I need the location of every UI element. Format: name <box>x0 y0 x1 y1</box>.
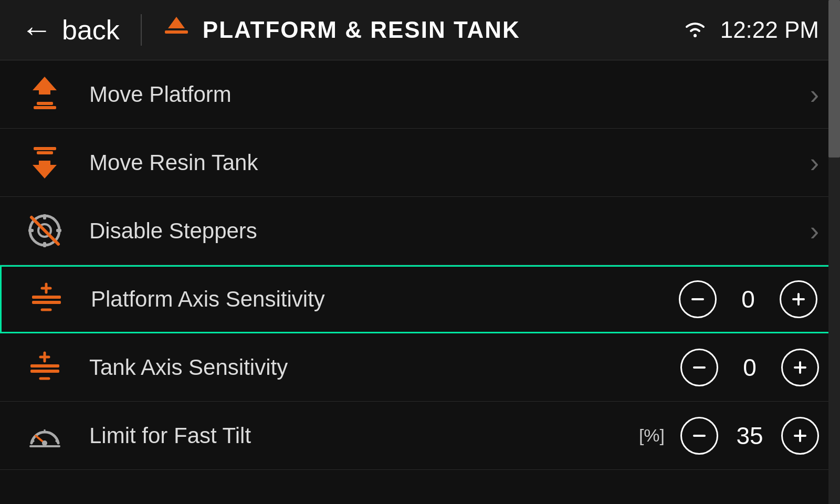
svg-rect-25 <box>30 370 59 373</box>
clock: 12:22 PM <box>720 17 819 43</box>
menu-item-disable-steppers[interactable]: Disable Steppers › <box>0 197 840 265</box>
limit-fast-tilt-label: Limit for Fast Tilt <box>89 423 639 448</box>
header-divider <box>141 14 142 46</box>
limit-fast-tilt-percent-label: [%] <box>639 425 665 446</box>
disable-steppers-icon <box>21 211 68 250</box>
platform-axis-sensitivity-icon <box>23 280 70 319</box>
disable-steppers-label: Disable Steppers <box>89 218 810 244</box>
platform-axis-sensitivity-label: Platform Axis Sensitivity <box>91 287 679 312</box>
svg-marker-3 <box>33 77 57 94</box>
move-platform-chevron: › <box>810 79 819 110</box>
svg-rect-17 <box>32 301 61 304</box>
back-label: back <box>62 14 120 46</box>
tank-axis-sensitivity-decrement[interactable] <box>680 349 718 386</box>
header-title-section: PLATFORM & RESIN TANK <box>163 14 682 47</box>
svg-line-15 <box>32 217 58 244</box>
menu-container: Move Platform › Move Resin Tank › <box>0 60 840 504</box>
menu-item-move-resin-tank[interactable]: Move Resin Tank › <box>0 129 840 197</box>
platform-axis-sensitivity-stepper: 0 <box>679 280 817 318</box>
tank-axis-sensitivity-icon <box>21 348 68 387</box>
svg-rect-11 <box>43 214 46 219</box>
platform-header-icon <box>163 14 190 47</box>
svg-rect-0 <box>165 30 188 34</box>
menu-item-platform-axis-sensitivity[interactable]: Platform Axis Sensitivity 0 <box>0 265 840 333</box>
limit-fast-tilt-stepper: [%] 35 <box>639 417 819 455</box>
tank-axis-sensitivity-increment[interactable] <box>781 349 819 386</box>
svg-rect-24 <box>30 364 59 368</box>
move-platform-icon <box>21 75 68 114</box>
limit-fast-tilt-decrement[interactable] <box>680 417 718 455</box>
back-arrow-icon: ← <box>21 14 52 46</box>
svg-rect-13 <box>28 229 34 232</box>
platform-axis-sensitivity-decrement[interactable] <box>679 280 717 318</box>
svg-rect-16 <box>32 296 61 299</box>
svg-rect-4 <box>37 102 53 105</box>
svg-marker-6 <box>33 161 57 178</box>
tank-axis-sensitivity-stepper: 0 <box>680 349 819 386</box>
svg-rect-7 <box>37 151 53 154</box>
scrollbar-thumb[interactable] <box>828 0 840 158</box>
tank-axis-sensitivity-label: Tank Axis Sensitivity <box>89 355 680 380</box>
back-button[interactable]: ← back <box>21 14 120 46</box>
disable-steppers-chevron: › <box>810 215 819 247</box>
menu-item-move-platform[interactable]: Move Platform › <box>0 60 840 129</box>
move-platform-label: Move Platform <box>89 82 810 107</box>
menu-item-tank-axis-sensitivity[interactable]: Tank Axis Sensitivity 0 <box>0 333 840 402</box>
svg-rect-8 <box>34 147 56 150</box>
platform-axis-sensitivity-increment[interactable] <box>780 280 817 318</box>
limit-fast-tilt-value: 35 <box>734 422 765 450</box>
tank-axis-sensitivity-value: 0 <box>734 353 765 382</box>
header-right: 12:22 PM <box>682 17 819 43</box>
menu-item-limit-fast-tilt[interactable]: Limit for Fast Tilt [%] 35 <box>0 402 840 470</box>
platform-axis-sensitivity-value: 0 <box>732 285 764 313</box>
svg-rect-5 <box>34 106 56 109</box>
move-resin-tank-icon <box>21 143 68 182</box>
wifi-icon <box>682 18 708 41</box>
content-wrapper: Move Platform › Move Resin Tank › <box>0 60 840 504</box>
svg-rect-14 <box>56 229 61 232</box>
header-title: PLATFORM & RESIN TANK <box>203 17 520 43</box>
svg-rect-12 <box>43 242 46 247</box>
limit-fast-tilt-icon <box>21 416 68 455</box>
svg-point-36 <box>42 440 47 446</box>
move-resin-tank-chevron: › <box>810 147 819 178</box>
svg-marker-1 <box>168 17 185 28</box>
header: ← back PLATFORM & RESIN TANK 12:22 PM <box>0 0 840 60</box>
move-resin-tank-label: Move Resin Tank <box>89 150 810 175</box>
svg-point-2 <box>694 34 697 37</box>
scrollbar[interactable] <box>828 0 840 504</box>
limit-fast-tilt-increment[interactable] <box>781 417 819 455</box>
